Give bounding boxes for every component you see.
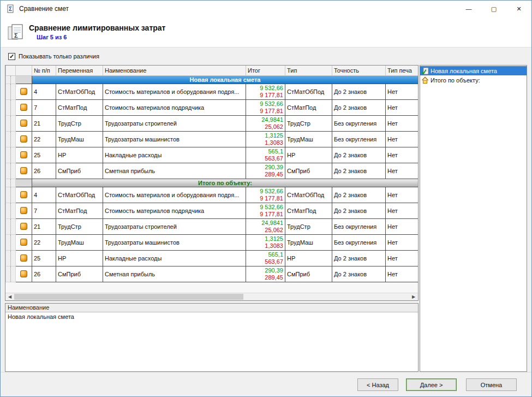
cell-precision: До 2 знаков [332,203,386,218]
cell-precision: Без округления [332,234,386,250]
comparison-grid-panel: № п/пПеременнаяНаименованиеИтогТипТочнос… [5,65,419,301]
column-header: Итог [246,66,285,75]
group-band-label: Новая локальная смета [32,76,418,84]
cell-print-type: Нет [386,147,419,163]
close-button[interactable]: ✕ [506,1,531,17]
object-icon [421,76,429,84]
column-header [6,66,16,75]
page-title: Сравнение лимитированных затрат [29,23,165,32]
filter-row: ✓ Показывать только различия [1,48,531,65]
footer: < Назад Далее > Отмена [1,372,531,397]
cell-num: 4 [32,187,56,203]
table-row[interactable]: 7 СтМатПод Стоимость материалов подрядчи… [6,203,419,218]
variable-icon [20,223,27,230]
variable-icon [20,120,27,127]
cell-name: Стоимость материалов и оборудования подр… [103,84,246,99]
scroll-right-icon[interactable]: ▶ [409,293,418,300]
cell-type: НР [285,250,332,266]
column-header: Тип [285,66,332,75]
cell-print-type: Нет [386,187,419,203]
scrollbar-track[interactable] [14,293,409,300]
cell-num: 26 [32,163,56,179]
scrollbar-thumb[interactable] [14,294,243,300]
cell-precision: Без округления [332,115,386,131]
next-button[interactable]: Далее > [406,378,457,391]
cell-precision: До 2 знаков [332,147,386,163]
table-row[interactable]: 25 НР Накладные расходы 565,1563,67 НР Д… [6,250,419,266]
svg-text:Σ: Σ [9,6,12,12]
cell-variable: ТрудМаш [56,234,103,250]
show-differences-checkbox[interactable]: ✓ [8,53,15,60]
cell-num: 26 [32,266,56,282]
compare-estimates-icon: Σ [7,23,25,42]
table-row[interactable]: 7 СтМатПод Стоимость материалов подрядчи… [6,99,419,115]
cell-precision: До 2 знаков [332,84,386,99]
window-title: Сравнение смет [19,5,69,13]
cell-type: НР [285,147,332,163]
table-row[interactable]: 4 СтМатОбПод Стоимость материалов и обор… [6,187,419,203]
table-row[interactable]: 26 СмПриб Сметная прибыль 290,39289,45 С… [6,266,419,282]
tree-item[interactable]: Новая локальная смета [420,66,527,75]
group-header-row[interactable]: Новая локальная смета [6,75,419,84]
cell-num: 25 [32,147,56,163]
cell-type: СмПриб [285,163,332,179]
app-icon: Σ [6,4,15,13]
cell-print-type: Нет [386,115,419,131]
column-header: Наименование [103,66,246,75]
table-row[interactable]: 21 ТрудСтр Трудозатраты строителей 24,98… [6,115,419,131]
cell-num: 22 [32,131,56,147]
cell-precision: Без округления [332,218,386,234]
cell-name: Трудозатраты строителей [103,115,246,131]
cell-name: Трудозатраты машинистов [103,234,246,250]
column-header [16,66,32,75]
cell-variable: НР [56,250,103,266]
left-column: № п/пПеременнаяНаименованиеИтогТипТочнос… [5,65,419,372]
table-row[interactable]: 22 ТрудМаш Трудозатраты машинистов 1,312… [6,131,419,147]
main-area: № п/пПеременнаяНаименованиеИтогТипТочнос… [5,65,527,372]
checkmark-icon: ✓ [9,54,14,60]
variable-icon [20,88,27,95]
group-header-row[interactable]: Итого по объекту: [6,179,419,187]
table-row[interactable]: 21 ТрудСтр Трудозатраты строителей 24,98… [6,218,419,234]
grid-body: № п/пПеременнаяНаименованиеИтогТипТочнос… [6,66,419,282]
comparison-dialog-window: { "window": { "title": "Сравнение смет",… [0,0,532,397]
minimize-button[interactable]: — [456,1,481,17]
cell-type: ТрудМаш [285,234,332,250]
cell-num: 21 [32,218,56,234]
cell-num: 4 [32,84,56,99]
cancel-button[interactable]: Отмена [466,378,517,391]
cell-precision: До 2 знаков [332,163,386,179]
column-header: Переменная [56,66,103,75]
cell-variable: НР [56,147,103,163]
tree-item-label: Итого по объекту: [431,77,480,84]
cell-total: 1,31251,3083 [246,131,285,147]
horizontal-scrollbar[interactable]: ◀ ▶ [5,293,418,300]
table-row[interactable]: 26 СмПриб Сметная прибыль 290,39289,45 С… [6,163,419,179]
cell-precision: До 2 знаков [332,99,386,115]
cell-variable: СмПриб [56,266,103,282]
variable-icon [20,104,27,111]
cell-print-type: Нет [386,99,419,115]
scroll-left-icon[interactable]: ◀ [5,293,14,300]
cell-type: ТрудСтр [285,115,332,131]
maximize-button[interactable]: ▢ [481,1,506,17]
cell-print-type: Нет [386,163,419,179]
table-row[interactable]: 25 НР Накладные расходы 565,1563,67 НР Д… [6,147,419,163]
grid-header-row: № п/пПеременнаяНаименованиеИтогТипТочнос… [6,66,419,75]
wizard-header-text: Сравнение лимитированных затрат Шаг 5 из… [29,23,165,40]
cell-precision: До 2 знаков [332,250,386,266]
cell-num: 21 [32,115,56,131]
cell-type: ТрудСтр [285,218,332,234]
tree-item[interactable]: Итого по объекту: [420,75,527,85]
cell-type: СтМатОбПод [285,84,332,99]
table-row[interactable]: 4 СтМатОбПод Стоимость материалов и обор… [6,84,419,99]
cell-print-type: Нет [386,266,419,282]
cell-precision: До 2 знаков [332,266,386,282]
cell-variable: СтМатПод [56,99,103,115]
variable-icon [20,254,27,262]
wizard-header: Σ Сравнение лимитированных затрат Шаг 5 … [1,17,531,48]
variable-icon [20,167,27,174]
table-row[interactable]: 22 ТрудМаш Трудозатраты машинистов 1,312… [6,234,419,250]
back-button[interactable]: < Назад [357,378,398,391]
comparison-grid: № п/пПеременнаяНаименованиеИтогТипТочнос… [5,66,418,282]
